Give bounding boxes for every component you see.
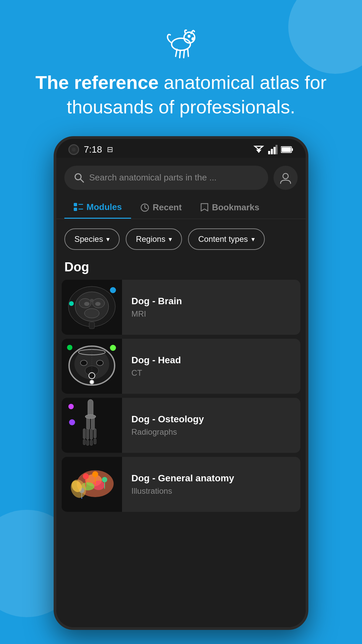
list-item-dog-osteology[interactable]: Dog - Osteology Radiographs — [62, 398, 300, 453]
battery-icon — [281, 146, 294, 153]
regions-filter-label: Regions — [136, 234, 165, 244]
svg-marker-27 — [201, 204, 208, 211]
dot-purple-osteology — [68, 404, 74, 409]
svg-point-34 — [84, 302, 89, 306]
search-bar[interactable]: Search anatomical parts in the ... — [64, 166, 268, 190]
dot-blue-brain — [110, 287, 116, 293]
list-item-dog-general[interactable]: Dog - General anatomy Illustrations — [62, 457, 300, 512]
dog-general-thumb — [62, 457, 122, 512]
svg-rect-21 — [74, 208, 77, 211]
svg-point-67 — [83, 473, 89, 479]
module-list: Dog - Brain MRI — [56, 280, 306, 512]
species-filter-button[interactable]: Species ▾ — [64, 228, 120, 250]
filters-row: Species ▾ Regions ▾ Content types ▾ — [56, 219, 306, 257]
svg-point-33 — [84, 309, 99, 318]
svg-rect-16 — [282, 147, 291, 152]
svg-line-4 — [184, 50, 184, 58]
bookmarks-tab-icon — [200, 203, 208, 212]
svg-point-36 — [90, 299, 94, 302]
tab-recent-label: Recent — [153, 202, 182, 213]
header-title: The reference anatomical atlas for thous… — [27, 70, 335, 119]
header-area: The reference anatomical atlas for thous… — [0, 0, 362, 136]
dog-brain-subtitle: MRI — [131, 309, 291, 319]
svg-line-3 — [180, 50, 180, 58]
dog-brain-thumb — [62, 280, 122, 335]
dog-osteology-title: Dog - Osteology — [131, 414, 291, 425]
svg-marker-9 — [255, 146, 263, 150]
modules-tab-icon — [74, 203, 83, 211]
tab-modules[interactable]: Modules — [64, 197, 131, 219]
illustration-image — [62, 457, 122, 511]
svg-rect-56 — [94, 429, 96, 438]
svg-rect-54 — [86, 429, 89, 439]
dot-green-light-head — [110, 345, 116, 351]
svg-point-7 — [188, 36, 190, 37]
side-button — [308, 370, 308, 396]
svg-rect-11 — [271, 149, 273, 154]
svg-rect-55 — [90, 429, 93, 439]
status-bar: 7:18 ⊟ — [56, 139, 306, 158]
search-bar-row: Search anatomical parts in the ... — [56, 158, 306, 193]
species-chevron-icon: ▾ — [106, 235, 110, 243]
dog-osteology-info: Dog - Osteology Radiographs — [122, 398, 300, 453]
search-icon — [74, 172, 84, 183]
tabs-row: Modules Recent Bookmarks — [56, 193, 306, 219]
svg-point-35 — [95, 302, 101, 306]
svg-point-19 — [283, 173, 288, 179]
camera-lens — [72, 148, 76, 152]
svg-rect-22 — [78, 204, 83, 205]
dog-brain-info: Dog - Brain MRI — [122, 280, 300, 335]
profile-button[interactable] — [274, 166, 298, 190]
svg-point-6 — [192, 38, 194, 40]
status-bar-left: 7:18 ⊟ — [68, 144, 113, 155]
svg-line-5 — [188, 49, 188, 56]
svg-line-26 — [145, 208, 146, 209]
dog-general-info: Dog - General anatomy Illustrations — [122, 457, 300, 512]
svg-rect-53 — [83, 429, 85, 439]
dog-head-title: Dog - Head — [131, 355, 291, 366]
svg-point-44 — [80, 360, 87, 366]
svg-line-18 — [80, 179, 83, 182]
dog-osteology-thumb — [62, 398, 122, 453]
tab-modules-label: Modules — [86, 202, 122, 212]
tab-bookmarks[interactable]: Bookmarks — [191, 197, 269, 218]
wifi-icon — [253, 145, 265, 154]
svg-point-71 — [102, 477, 107, 482]
dog-osteology-subtitle: Radiographs — [131, 427, 291, 437]
tab-recent[interactable]: Recent — [131, 197, 191, 218]
svg-rect-20 — [74, 203, 77, 206]
phone-frame: 7:18 ⊟ — [54, 136, 308, 630]
regions-filter-button[interactable]: Regions ▾ — [126, 228, 182, 250]
sim-icon: ⊟ — [107, 145, 113, 154]
svg-rect-10 — [268, 151, 270, 154]
svg-rect-58 — [86, 440, 89, 445]
svg-rect-15 — [292, 148, 293, 151]
section-title: Dog — [56, 257, 306, 280]
svg-rect-12 — [274, 147, 276, 154]
svg-rect-13 — [276, 145, 278, 154]
svg-rect-37 — [89, 322, 95, 329]
svg-rect-23 — [78, 209, 83, 210]
dot-green-dark-head — [67, 345, 72, 350]
content-types-filter-label: Content types — [198, 234, 248, 244]
svg-point-65 — [93, 481, 105, 490]
dog-general-title: Dog - General anatomy — [131, 473, 291, 484]
species-filter-label: Species — [74, 234, 103, 244]
list-item-dog-head[interactable]: Dog - Head CT — [62, 339, 300, 394]
svg-rect-60 — [94, 439, 96, 444]
app-content: Search anatomical parts in the ... — [56, 158, 306, 627]
recent-tab-icon — [140, 203, 149, 212]
dog-general-subtitle: Illustrations — [131, 486, 291, 496]
signal-icon — [268, 145, 278, 154]
front-camera — [68, 144, 79, 155]
tab-bookmarks-label: Bookmarks — [212, 202, 259, 213]
dog-icon — [161, 20, 201, 60]
dot-white-head — [89, 380, 94, 384]
content-types-filter-button[interactable]: Content types ▾ — [188, 228, 264, 250]
dog-brain-title: Dog - Brain — [131, 296, 291, 307]
regions-chevron-icon: ▾ — [169, 235, 172, 243]
list-item-dog-brain[interactable]: Dog - Brain MRI — [62, 280, 300, 335]
svg-rect-59 — [90, 440, 93, 445]
dot-purple2-osteology — [69, 419, 75, 425]
content-types-chevron-icon: ▾ — [251, 235, 255, 243]
